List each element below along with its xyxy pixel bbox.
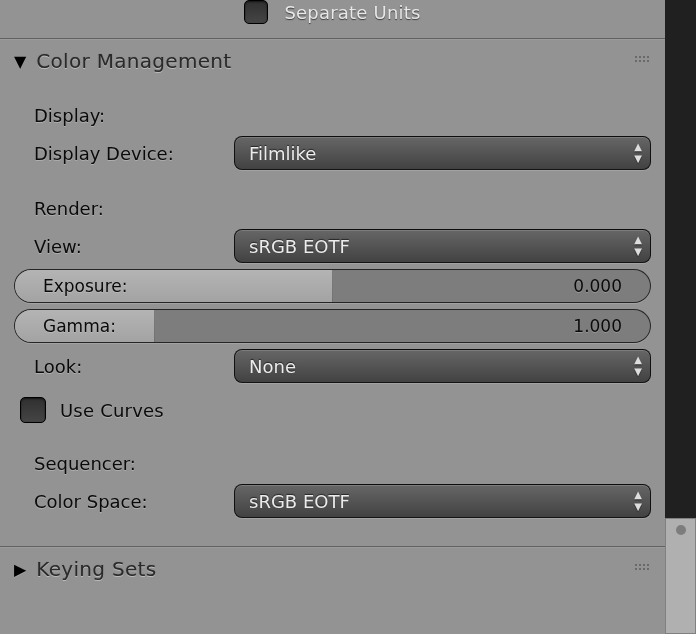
keying-sets-header[interactable]: ▶ Keying Sets (0, 547, 665, 587)
gamma-slider[interactable]: Gamma: 1.000 (14, 309, 651, 343)
svg-point-13 (639, 568, 641, 570)
gamma-label: Gamma: (15, 316, 116, 336)
use-curves-row: Use Curves (20, 397, 651, 423)
svg-point-6 (643, 60, 645, 62)
svg-point-0 (635, 56, 637, 58)
display-header: Display: (34, 105, 651, 126)
exposure-slider[interactable]: Exposure: 0.000 (14, 269, 651, 303)
display-device-value: Filmlike (249, 143, 316, 164)
color-space-label: Color Space: (34, 491, 224, 512)
view-label: View: (34, 236, 224, 257)
look-row: Look: None ▲▼ (34, 349, 651, 383)
separate-units-checkbox[interactable] (244, 0, 268, 24)
svg-point-9 (639, 564, 641, 566)
keying-sets-panel: ▶ Keying Sets (0, 546, 665, 587)
display-device-dropdown[interactable]: Filmlike ▲▼ (234, 136, 651, 170)
right-light-tab[interactable] (665, 518, 696, 634)
display-device-label: Display Device: (34, 143, 224, 164)
use-curves-checkbox[interactable] (20, 397, 46, 423)
panel-grip-icon[interactable] (635, 564, 651, 574)
dropdown-arrows-icon: ▲▼ (634, 141, 642, 165)
exposure-value: 0.000 (573, 276, 650, 296)
svg-point-2 (643, 56, 645, 58)
panel-grip-icon[interactable] (635, 56, 651, 66)
dropdown-arrows-icon: ▲▼ (634, 234, 642, 258)
svg-point-1 (639, 56, 641, 58)
collapse-triangle-icon: ▶ (14, 560, 26, 579)
right-sidebar (665, 0, 696, 634)
tab-dot-icon (676, 525, 686, 535)
svg-point-14 (643, 568, 645, 570)
view-dropdown[interactable]: sRGB EOTF ▲▼ (234, 229, 651, 263)
panel-title: Color Management (36, 49, 231, 73)
sequencer-header: Sequencer: (34, 453, 651, 474)
expand-triangle-icon: ▼ (14, 52, 26, 71)
view-value: sRGB EOTF (249, 236, 350, 257)
color-space-dropdown[interactable]: sRGB EOTF ▲▼ (234, 484, 651, 518)
color-management-panel: ▼ Color Management Display: Display Devi… (0, 38, 665, 546)
look-label: Look: (34, 356, 224, 377)
right-dark-area (665, 0, 696, 518)
panel-title: Keying Sets (36, 557, 156, 581)
svg-point-12 (635, 568, 637, 570)
svg-point-3 (647, 56, 649, 58)
look-value: None (249, 356, 296, 377)
gamma-value: 1.000 (573, 316, 650, 336)
svg-point-8 (635, 564, 637, 566)
color-space-value: sRGB EOTF (249, 491, 350, 512)
display-device-row: Display Device: Filmlike ▲▼ (34, 136, 651, 170)
color-management-header[interactable]: ▼ Color Management (0, 39, 665, 79)
svg-point-15 (647, 568, 649, 570)
use-curves-label: Use Curves (60, 400, 164, 421)
render-header: Render: (34, 198, 651, 219)
look-dropdown[interactable]: None ▲▼ (234, 349, 651, 383)
svg-point-11 (647, 564, 649, 566)
dropdown-arrows-icon: ▲▼ (634, 489, 642, 513)
separate-units-row: Separate Units (0, 0, 665, 38)
svg-point-4 (635, 60, 637, 62)
svg-point-7 (647, 60, 649, 62)
view-row: View: sRGB EOTF ▲▼ (34, 229, 651, 263)
dropdown-arrows-icon: ▲▼ (634, 354, 642, 378)
svg-point-10 (643, 564, 645, 566)
separate-units-label: Separate Units (284, 2, 420, 23)
color-space-row: Color Space: sRGB EOTF ▲▼ (34, 484, 651, 518)
exposure-label: Exposure: (15, 276, 127, 296)
svg-point-5 (639, 60, 641, 62)
